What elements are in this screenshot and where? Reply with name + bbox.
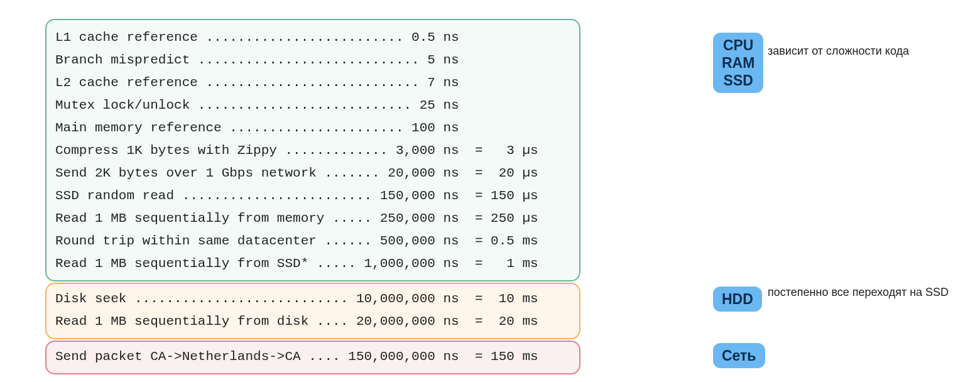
badge-network: Сеть (713, 343, 765, 368)
latency-lines-network: Send packet CA->Netherlands->CA .... 150… (55, 346, 570, 368)
latency-block-hdd: Disk seek ........................... 10… (45, 283, 580, 339)
badge-cpu-ram-ssd: CPU RAM SSD (713, 33, 763, 93)
latency-lines-cpu-ram-ssd: L1 cache reference .....................… (55, 26, 570, 275)
latency-block-cpu-ram-ssd: L1 cache reference .....................… (45, 19, 580, 281)
badge-label-network: Сеть (722, 347, 756, 364)
latency-block-network: Send packet CA->Netherlands->CA .... 150… (45, 341, 580, 374)
badge-label-cpu: CPU (722, 36, 754, 54)
note-cpu-ram-ssd: зависит от сложности кода (768, 44, 909, 58)
latency-lines-hdd: Disk seek ........................... 10… (55, 288, 570, 333)
note-hdd: постепенно все переходят на SSD (768, 285, 949, 300)
badge-label-hdd: HDD (722, 290, 753, 308)
badge-hdd: HDD (713, 286, 762, 312)
badge-label-ram: RAM (722, 54, 754, 72)
badge-label-ssd: SSD (722, 72, 754, 89)
